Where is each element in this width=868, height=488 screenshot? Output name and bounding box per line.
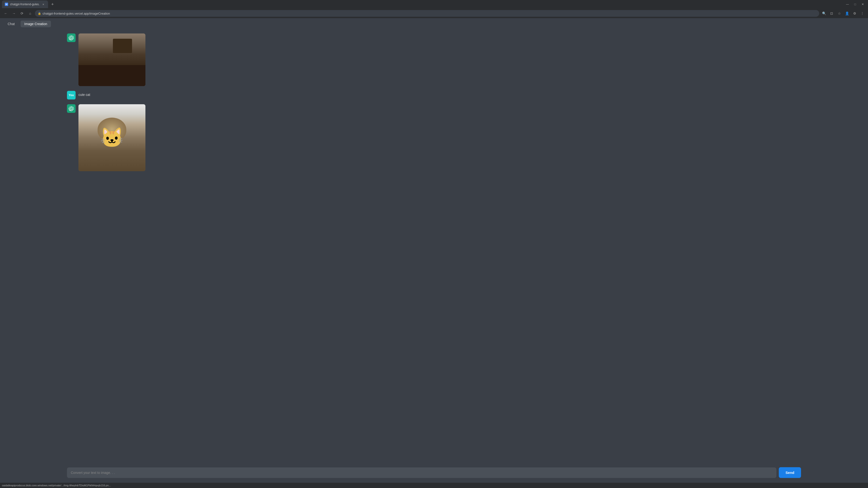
profile-button[interactable]: 👤 <box>844 10 850 17</box>
message-row: You cute cat <box>0 91 868 99</box>
address-bar[interactable]: 🔒 chatgpt-frontend-gules.vercel.app/imag… <box>35 10 819 17</box>
new-tab-button[interactable]: + <box>49 1 56 8</box>
maximize-button[interactable]: □ <box>852 1 859 8</box>
browser-tabbar: W chatgpt-frontend-gules. ✕ + — □ ✕ <box>0 0 868 9</box>
tab-favicon: W <box>5 3 8 6</box>
forward-button[interactable]: → <box>10 10 17 17</box>
chat-area: You cute cat <box>0 30 868 463</box>
input-area: Send <box>0 463 868 483</box>
cute-cat-image <box>79 104 146 171</box>
nav-tabs: Chat Image Creation <box>0 18 868 30</box>
minimize-button[interactable]: — <box>844 1 851 8</box>
cats-ledge-image <box>79 33 146 86</box>
back-button[interactable]: ← <box>2 10 9 17</box>
home-button[interactable]: ⌂ <box>27 10 33 17</box>
cast-button[interactable]: ⊡ <box>828 10 835 17</box>
bookmark-button[interactable]: ☆ <box>836 10 843 17</box>
tab-title: chatgpt-frontend-gules. <box>10 3 39 6</box>
message-content <box>79 33 146 86</box>
toolbar-actions: 🔍 ⊡ ☆ 👤 ⚙ ⋮ <box>820 10 866 17</box>
reload-button[interactable]: ⟳ <box>19 10 25 17</box>
extensions-button[interactable]: ⚙ <box>851 10 858 17</box>
zoom-button[interactable]: 🔍 <box>820 10 827 17</box>
message-content-2 <box>79 104 146 171</box>
assistant-avatar-2 <box>67 104 75 113</box>
url-text: chatgpt-frontend-gules.vercel.app/imageC… <box>42 12 110 15</box>
message-content: cute cat <box>79 91 90 97</box>
tab-close-button[interactable]: ✕ <box>41 2 45 6</box>
send-button[interactable]: Send <box>779 467 801 478</box>
tab-chat[interactable]: Chat <box>4 21 19 27</box>
assistant-image-2 <box>79 104 146 171</box>
close-window-button[interactable]: ✕ <box>859 1 866 8</box>
menu-button[interactable]: ⋮ <box>859 10 866 17</box>
assistant-avatar <box>67 33 75 42</box>
browser-chrome: W chatgpt-frontend-gules. ✕ + — □ ✕ ← → … <box>0 0 868 18</box>
user-avatar: You <box>67 91 75 99</box>
assistant-image-1 <box>79 33 146 86</box>
browser-tab[interactable]: W chatgpt-frontend-gules. ✕ <box>2 0 48 8</box>
message-row <box>0 33 868 86</box>
lock-icon: 🔒 <box>38 12 41 15</box>
app-container: Chat Image Creation You cute cat <box>0 18 868 483</box>
user-message-text: cute cat <box>79 91 90 97</box>
status-bar: oaidalleapiprodscus.blob.core.windows.ne… <box>0 483 868 488</box>
tab-image-creation[interactable]: Image Creation <box>21 21 51 27</box>
browser-toolbar: ← → ⟳ ⌂ 🔒 chatgpt-frontend-gules.vercel.… <box>0 9 868 18</box>
message-row <box>0 104 868 171</box>
status-text: oaidalleapiprodscus.blob.core.windows.ne… <box>2 484 111 487</box>
prompt-input[interactable] <box>67 467 776 478</box>
